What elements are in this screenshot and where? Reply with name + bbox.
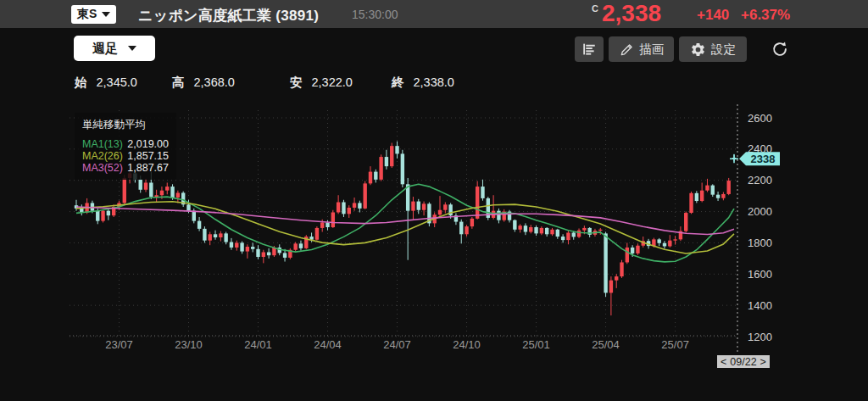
chart-canvas[interactable]: 1200140016001800200022002400260023/0723/… bbox=[0, 0, 868, 401]
price-change-percent: +6.37% bbox=[741, 7, 790, 24]
candle-body bbox=[726, 181, 730, 194]
ma2-value: 1,857.15 bbox=[127, 150, 169, 162]
x-axis-label: 23/07 bbox=[105, 338, 133, 351]
candle-body bbox=[476, 187, 479, 219]
candle-body bbox=[438, 210, 442, 215]
candle-body bbox=[465, 226, 468, 234]
high-label: 高 bbox=[172, 75, 185, 89]
candle-body bbox=[566, 232, 570, 240]
candle-body bbox=[705, 186, 709, 191]
y-axis-label: 1800 bbox=[748, 237, 772, 249]
price-change: +140 bbox=[697, 7, 729, 24]
candle-body bbox=[545, 228, 548, 234]
chevron-down-icon bbox=[102, 12, 110, 17]
candle-body bbox=[550, 230, 554, 235]
candle-body bbox=[369, 172, 372, 184]
ohlc-close: 終2,338.0 bbox=[392, 75, 454, 90]
y-axis-label: 2000 bbox=[748, 205, 772, 218]
candle-body bbox=[582, 228, 586, 231]
candle-body bbox=[224, 233, 227, 242]
candle-body bbox=[716, 195, 720, 198]
open-value: 2,345.0 bbox=[97, 75, 137, 89]
candle-body bbox=[363, 183, 366, 208]
x-axis-label: 23/10 bbox=[175, 338, 203, 351]
candle-body bbox=[198, 221, 201, 229]
candle-body bbox=[235, 242, 238, 248]
x-axis-label: 25/01 bbox=[522, 338, 550, 351]
candle-body bbox=[609, 281, 613, 293]
candle-body bbox=[358, 203, 361, 208]
candle-body bbox=[529, 227, 532, 232]
date-nav-label: 09/22 bbox=[730, 356, 756, 368]
candle-body bbox=[299, 243, 303, 248]
candle-body bbox=[556, 230, 559, 237]
candle-body bbox=[700, 191, 704, 201]
ma3-row: MA3(52) 1,887.67 bbox=[82, 162, 169, 174]
candle-body bbox=[684, 213, 687, 231]
candle-body bbox=[711, 186, 715, 195]
candle-body bbox=[657, 239, 660, 242]
candle-body bbox=[620, 262, 623, 276]
y-axis-label: 2200 bbox=[748, 174, 772, 187]
market-selector[interactable]: 東S bbox=[71, 5, 116, 24]
candle-body bbox=[689, 193, 693, 213]
candle-body bbox=[626, 248, 629, 263]
candle-body bbox=[203, 229, 206, 241]
candle-body bbox=[154, 195, 158, 197]
candle-body bbox=[240, 242, 243, 251]
candle-body bbox=[390, 146, 393, 166]
quote-time: 15:30:00 bbox=[352, 8, 398, 21]
candle-body bbox=[401, 153, 404, 184]
candle-body bbox=[417, 202, 420, 210]
date-nav[interactable]: < 09/22 > bbox=[717, 355, 770, 368]
candle-body bbox=[518, 226, 521, 230]
candle-body bbox=[160, 191, 164, 196]
x-axis-label: 24/07 bbox=[383, 338, 411, 351]
ma-legend: 単純移動平均 MA1(13) 2,019.00 MA2(26) 1,857.15… bbox=[75, 113, 176, 180]
current-price-tag: 2338 bbox=[739, 152, 780, 165]
candle-body bbox=[561, 237, 565, 240]
ohlc-low: 安2,322.0 bbox=[290, 75, 353, 90]
candle-body bbox=[673, 239, 676, 240]
y-axis-label: 1400 bbox=[748, 299, 772, 312]
candle-body bbox=[374, 172, 377, 180]
stock-title: ニッポン高度紙工業 (3891) bbox=[138, 6, 319, 25]
ma1-label: MA1(13) bbox=[82, 138, 123, 150]
candle-body bbox=[379, 157, 382, 180]
candle-body bbox=[192, 211, 196, 221]
candle-body bbox=[139, 180, 142, 190]
candle-body bbox=[540, 228, 543, 233]
low-value: 2,322.0 bbox=[312, 75, 353, 89]
date-prev-arrow[interactable]: < bbox=[721, 356, 726, 368]
ma-line bbox=[76, 184, 734, 262]
ma1-row: MA1(13) 2,019.00 bbox=[82, 138, 169, 150]
candle-body bbox=[513, 220, 516, 230]
y-axis-label: 1200 bbox=[748, 331, 772, 343]
candle-body bbox=[385, 157, 388, 166]
candle-body bbox=[443, 204, 447, 209]
candle-body bbox=[267, 252, 270, 255]
candle-body bbox=[481, 187, 484, 198]
candle-body bbox=[209, 234, 212, 240]
ma-line bbox=[76, 202, 734, 253]
candle-body bbox=[230, 242, 233, 248]
candle-body bbox=[186, 204, 190, 210]
price-flag: C bbox=[592, 3, 598, 14]
ohlc-open: 始2,345.0 bbox=[75, 75, 137, 90]
low-label: 安 bbox=[290, 75, 303, 89]
candle-body bbox=[170, 187, 174, 198]
candle-body bbox=[631, 248, 634, 253]
open-label: 始 bbox=[75, 75, 87, 89]
current-price: 2,338 bbox=[602, 0, 661, 27]
date-next-arrow[interactable]: > bbox=[760, 356, 766, 368]
ma1-value: 2,019.00 bbox=[127, 138, 169, 150]
candle-body bbox=[101, 211, 104, 221]
candle-body bbox=[577, 231, 581, 237]
close-value: 2,338.0 bbox=[414, 75, 454, 89]
candle-body bbox=[524, 226, 527, 231]
x-axis-label: 24/04 bbox=[314, 338, 342, 351]
candle-body bbox=[663, 243, 666, 247]
candle-body bbox=[246, 247, 249, 252]
candle-body bbox=[598, 230, 602, 231]
candle-body bbox=[123, 178, 126, 203]
